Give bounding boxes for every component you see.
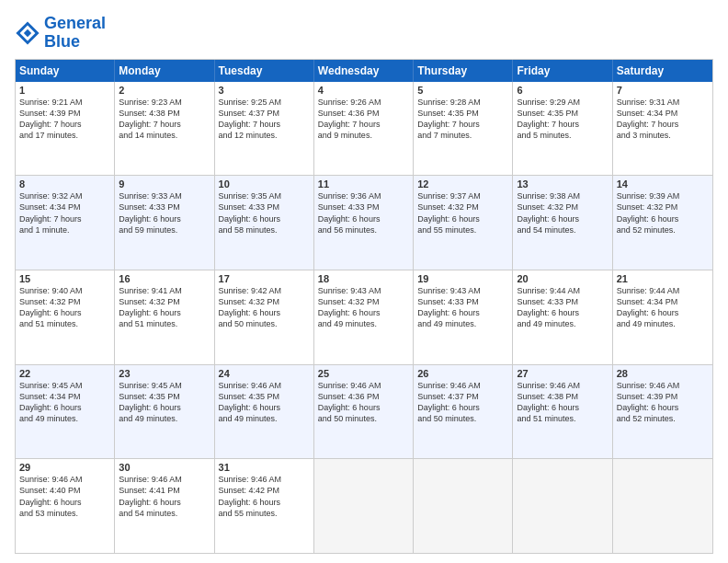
header-cell-thursday: Thursday — [414, 60, 513, 82]
day-cell-21: 21Sunrise: 9:44 AM Sunset: 4:34 PM Dayli… — [613, 270, 712, 364]
day-number: 13 — [517, 178, 608, 190]
calendar: SundayMondayTuesdayWednesdayThursdayFrid… — [15, 59, 713, 554]
logo: General Blue — [15, 15, 106, 52]
day-info: Sunrise: 9:41 AM Sunset: 4:32 PM Dayligh… — [119, 285, 210, 330]
day-number: 24 — [219, 368, 310, 379]
day-number: 8 — [19, 178, 110, 190]
day-info: Sunrise: 9:46 AM Sunset: 4:37 PM Dayligh… — [417, 380, 508, 425]
day-number: 4 — [318, 85, 409, 96]
day-number: 25 — [318, 368, 409, 379]
day-cell-18: 18Sunrise: 9:43 AM Sunset: 4:32 PM Dayli… — [314, 270, 414, 364]
day-cell-4: 4Sunrise: 9:26 AM Sunset: 4:36 PM Daylig… — [314, 82, 414, 176]
day-info: Sunrise: 9:39 AM Sunset: 4:32 PM Dayligh… — [617, 190, 709, 236]
day-info: Sunrise: 9:42 AM Sunset: 4:32 PM Dayligh… — [219, 285, 310, 330]
day-number: 14 — [617, 178, 709, 190]
day-cell-7: 7Sunrise: 9:31 AM Sunset: 4:34 PM Daylig… — [613, 82, 712, 176]
header-cell-saturday: Saturday — [613, 60, 712, 82]
day-number: 19 — [417, 273, 508, 284]
day-cell-9: 9Sunrise: 9:33 AM Sunset: 4:33 PM Daylig… — [115, 176, 214, 270]
day-number: 23 — [119, 368, 210, 379]
day-cell-19: 19Sunrise: 9:43 AM Sunset: 4:33 PM Dayli… — [414, 270, 513, 364]
day-info: Sunrise: 9:46 AM Sunset: 4:36 PM Dayligh… — [318, 380, 409, 425]
header-cell-sunday: Sunday — [16, 60, 115, 82]
day-number: 15 — [19, 273, 110, 284]
day-cell-23: 23Sunrise: 9:45 AM Sunset: 4:35 PM Dayli… — [115, 365, 214, 459]
empty-cell-r4c4 — [414, 459, 513, 553]
day-cell-14: 14Sunrise: 9:39 AM Sunset: 4:32 PM Dayli… — [613, 176, 712, 270]
day-info: Sunrise: 9:45 AM Sunset: 4:35 PM Dayligh… — [119, 380, 210, 425]
day-cell-25: 25Sunrise: 9:46 AM Sunset: 4:36 PM Dayli… — [314, 365, 414, 459]
day-info: Sunrise: 9:44 AM Sunset: 4:33 PM Dayligh… — [517, 285, 608, 330]
day-number: 20 — [517, 273, 608, 284]
day-number: 12 — [417, 178, 508, 190]
day-number: 27 — [517, 368, 608, 379]
day-cell-11: 11Sunrise: 9:36 AM Sunset: 4:33 PM Dayli… — [314, 176, 414, 270]
day-number: 5 — [417, 85, 508, 96]
day-info: Sunrise: 9:46 AM Sunset: 4:38 PM Dayligh… — [517, 380, 608, 425]
day-number: 3 — [219, 85, 310, 96]
day-info: Sunrise: 9:46 AM Sunset: 4:39 PM Dayligh… — [617, 380, 709, 425]
day-info: Sunrise: 9:38 AM Sunset: 4:32 PM Dayligh… — [517, 190, 608, 236]
day-info: Sunrise: 9:46 AM Sunset: 4:40 PM Dayligh… — [19, 474, 110, 519]
day-info: Sunrise: 9:21 AM Sunset: 4:39 PM Dayligh… — [19, 97, 110, 142]
header-cell-monday: Monday — [115, 60, 214, 82]
header-cell-friday: Friday — [513, 60, 612, 82]
day-info: Sunrise: 9:32 AM Sunset: 4:34 PM Dayligh… — [19, 190, 110, 236]
day-number: 18 — [318, 273, 409, 284]
day-cell-31: 31Sunrise: 9:46 AM Sunset: 4:42 PM Dayli… — [215, 459, 314, 553]
page: General Blue SundayMondayTuesdayWednesda… — [0, 0, 728, 563]
day-info: Sunrise: 9:33 AM Sunset: 4:33 PM Dayligh… — [119, 190, 210, 236]
day-cell-5: 5Sunrise: 9:28 AM Sunset: 4:35 PM Daylig… — [414, 82, 513, 176]
day-info: Sunrise: 9:43 AM Sunset: 4:32 PM Dayligh… — [318, 285, 409, 330]
day-info: Sunrise: 9:40 AM Sunset: 4:32 PM Dayligh… — [19, 285, 110, 330]
day-number: 9 — [119, 178, 210, 190]
day-info: Sunrise: 9:28 AM Sunset: 4:35 PM Dayligh… — [417, 97, 508, 142]
day-info: Sunrise: 9:46 AM Sunset: 4:42 PM Dayligh… — [219, 474, 310, 519]
day-number: 31 — [219, 462, 310, 473]
day-number: 6 — [517, 85, 608, 96]
day-number: 17 — [219, 273, 310, 284]
empty-cell-r4c6 — [613, 459, 712, 553]
day-info: Sunrise: 9:35 AM Sunset: 4:33 PM Dayligh… — [219, 190, 310, 236]
day-cell-2: 2Sunrise: 9:23 AM Sunset: 4:38 PM Daylig… — [115, 82, 214, 176]
day-info: Sunrise: 9:46 AM Sunset: 4:35 PM Dayligh… — [219, 380, 310, 425]
day-cell-8: 8Sunrise: 9:32 AM Sunset: 4:34 PM Daylig… — [16, 176, 115, 270]
day-number: 28 — [617, 368, 709, 379]
day-info: Sunrise: 9:25 AM Sunset: 4:37 PM Dayligh… — [219, 97, 310, 142]
day-cell-24: 24Sunrise: 9:46 AM Sunset: 4:35 PM Dayli… — [215, 365, 314, 459]
calendar-row-4: 22Sunrise: 9:45 AM Sunset: 4:34 PM Dayli… — [16, 364, 712, 459]
day-cell-27: 27Sunrise: 9:46 AM Sunset: 4:38 PM Dayli… — [513, 365, 612, 459]
day-cell-17: 17Sunrise: 9:42 AM Sunset: 4:32 PM Dayli… — [215, 270, 314, 364]
day-info: Sunrise: 9:36 AM Sunset: 4:33 PM Dayligh… — [318, 190, 409, 236]
day-info: Sunrise: 9:43 AM Sunset: 4:33 PM Dayligh… — [417, 285, 508, 330]
day-cell-10: 10Sunrise: 9:35 AM Sunset: 4:33 PM Dayli… — [215, 176, 314, 270]
calendar-body: 1Sunrise: 9:21 AM Sunset: 4:39 PM Daylig… — [16, 82, 712, 553]
day-info: Sunrise: 9:45 AM Sunset: 4:34 PM Dayligh… — [19, 380, 110, 425]
day-cell-26: 26Sunrise: 9:46 AM Sunset: 4:37 PM Dayli… — [414, 365, 513, 459]
logo-icon — [15, 20, 40, 46]
header: General Blue — [15, 15, 713, 52]
day-info: Sunrise: 9:26 AM Sunset: 4:36 PM Dayligh… — [318, 97, 409, 142]
day-info: Sunrise: 9:44 AM Sunset: 4:34 PM Dayligh… — [617, 285, 709, 330]
header-cell-wednesday: Wednesday — [314, 60, 414, 82]
day-number: 11 — [318, 178, 409, 190]
day-cell-13: 13Sunrise: 9:38 AM Sunset: 4:32 PM Dayli… — [513, 176, 612, 270]
day-cell-22: 22Sunrise: 9:45 AM Sunset: 4:34 PM Dayli… — [16, 365, 115, 459]
empty-cell-r4c3 — [314, 459, 414, 553]
day-info: Sunrise: 9:29 AM Sunset: 4:35 PM Dayligh… — [517, 97, 608, 142]
day-info: Sunrise: 9:37 AM Sunset: 4:32 PM Dayligh… — [417, 190, 508, 236]
day-cell-12: 12Sunrise: 9:37 AM Sunset: 4:32 PM Dayli… — [414, 176, 513, 270]
day-number: 7 — [617, 85, 709, 96]
day-cell-6: 6Sunrise: 9:29 AM Sunset: 4:35 PM Daylig… — [513, 82, 612, 176]
day-number: 1 — [19, 85, 110, 96]
header-cell-tuesday: Tuesday — [215, 60, 314, 82]
day-number: 29 — [19, 462, 110, 473]
day-cell-3: 3Sunrise: 9:25 AM Sunset: 4:37 PM Daylig… — [215, 82, 314, 176]
calendar-header: SundayMondayTuesdayWednesdayThursdayFrid… — [16, 60, 712, 82]
day-cell-20: 20Sunrise: 9:44 AM Sunset: 4:33 PM Dayli… — [513, 270, 612, 364]
day-cell-28: 28Sunrise: 9:46 AM Sunset: 4:39 PM Dayli… — [613, 365, 712, 459]
day-number: 21 — [617, 273, 709, 284]
calendar-row-2: 8Sunrise: 9:32 AM Sunset: 4:34 PM Daylig… — [16, 175, 712, 270]
day-cell-29: 29Sunrise: 9:46 AM Sunset: 4:40 PM Dayli… — [16, 459, 115, 553]
day-cell-30: 30Sunrise: 9:46 AM Sunset: 4:41 PM Dayli… — [115, 459, 214, 553]
